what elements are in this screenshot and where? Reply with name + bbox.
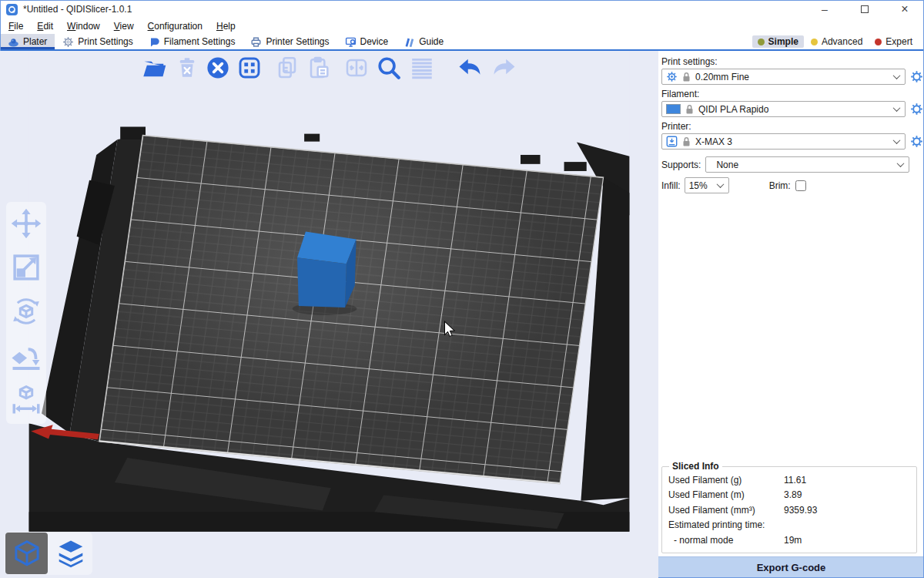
filament-gear-button[interactable] (909, 102, 923, 116)
plater-icon (8, 36, 19, 48)
gear-icon (666, 71, 678, 82)
build-plate-scene (0, 51, 658, 578)
place-on-face-gizmo-button[interactable] (10, 339, 42, 375)
printer-select[interactable]: X-MAX 3 (661, 133, 906, 150)
maximize-button[interactable] (856, 2, 873, 17)
menu-view[interactable]: View (107, 21, 141, 32)
menu-configuration[interactable]: Configuration (141, 21, 209, 32)
printer-value: X-MAX 3 (695, 136, 889, 147)
rotate-gizmo-button[interactable] (10, 295, 42, 331)
tab-print-settings[interactable]: Print Settings (55, 34, 140, 49)
sliced-info-title: Sliced Info (669, 461, 722, 472)
printer-gear-button[interactable] (909, 135, 923, 149)
scale-gizmo-button[interactable] (10, 251, 42, 287)
printer-label: Printer: (661, 121, 924, 132)
sliced-info-row: Estimated printing time: (668, 518, 910, 533)
app-logo-icon (6, 4, 18, 15)
variable-layer-height-button[interactable] (409, 55, 435, 81)
copy-button[interactable] (275, 55, 300, 80)
brim-checkbox[interactable] (795, 180, 806, 191)
expert-dot-icon (875, 39, 882, 45)
measure-gizmo-button[interactable] (10, 383, 42, 418)
menu-help[interactable]: Help (209, 21, 243, 32)
sliced-info-panel: Sliced Info Used Filament (g) 11.61 Used… (661, 466, 917, 554)
move-gizmo-button[interactable] (10, 207, 42, 243)
tab-guide[interactable]: Guide (396, 34, 451, 49)
device-icon (345, 36, 357, 48)
filament-color-swatch (666, 104, 681, 114)
filament-icon (149, 36, 160, 48)
mode-switcher: Simple Advanced Expert (752, 34, 924, 49)
search-button[interactable] (376, 55, 402, 81)
tab-printer-settings[interactable]: Printer Settings (243, 34, 336, 49)
sliced-info-row: Used Filament (m) 3.89 (668, 488, 910, 503)
sliced-info-row: - normal mode 19m (668, 533, 910, 549)
sliced-info-row: Used Filament (mm³) 9359.93 (668, 503, 910, 519)
delete-button[interactable] (176, 56, 199, 79)
gizmo-toolbar (6, 202, 46, 424)
export-gcode-button[interactable]: Export G-code (658, 556, 924, 578)
delete-all-button[interactable] (206, 55, 230, 80)
menu-file[interactable]: File (2, 21, 30, 32)
lock-icon (682, 136, 691, 147)
gear-icon (62, 36, 74, 48)
menu-bar: File Edit Window View Configuration Help (0, 18, 924, 34)
supports-label: Supports: (661, 160, 701, 170)
3d-editor-view-button[interactable] (5, 533, 48, 574)
maximize-icon (861, 5, 869, 13)
tab-plater[interactable]: Plater (0, 34, 55, 49)
printer-icon (666, 136, 678, 147)
split-objects-button[interactable] (344, 55, 369, 80)
close-button[interactable]: × (896, 2, 913, 17)
tab-device[interactable]: Device (337, 34, 397, 49)
qidislicer-window: { "window": { "title": "*Untitled - QIDI… (0, 0, 924, 578)
tab-filament-settings[interactable]: Filament Settings (141, 34, 243, 49)
cube-icon (12, 538, 42, 569)
open-button[interactable] (141, 54, 169, 82)
mode-expert[interactable]: Expert (869, 35, 918, 48)
chevron-down-icon (716, 180, 724, 188)
undo-button[interactable] (456, 54, 484, 82)
print-settings-label: Print settings: (661, 56, 924, 67)
print-settings-gear-button[interactable] (909, 70, 923, 84)
filament-select[interactable]: QIDI PLA Rapido (661, 101, 906, 117)
mode-advanced[interactable]: Advanced (805, 35, 868, 48)
menu-window[interactable]: Window (60, 21, 107, 32)
simple-dot-icon (758, 39, 765, 45)
lock-icon (685, 104, 694, 115)
minimize-button[interactable]: – (816, 2, 833, 17)
chevron-down-icon (893, 136, 901, 144)
infill-value: 15% (689, 180, 713, 191)
chevron-down-icon (893, 72, 901, 79)
title-bar: *Untitled - QIDISlicer-1.0.1 – × (0, 0, 924, 18)
mode-simple[interactable]: Simple (752, 35, 804, 48)
print-settings-value: 0.20mm Fine (695, 72, 889, 82)
sliced-info-row: Used Filament (g) 11.61 (668, 473, 910, 489)
advanced-dot-icon (811, 39, 818, 45)
supports-select[interactable]: None (705, 156, 909, 173)
lock-icon (682, 72, 691, 82)
window-title: *Untitled - QIDISlicer-1.0.1 (23, 4, 132, 15)
infill-label: Infill: (661, 180, 681, 191)
brim-label: Brim: (769, 180, 791, 191)
infill-select[interactable]: 15% (685, 177, 729, 193)
filament-value: QIDI PLA Rapido (698, 104, 889, 115)
supports-value: None (710, 160, 893, 170)
tab-bar: Plater Print Settings Filament Settings … (0, 34, 924, 51)
paste-button[interactable] (306, 55, 331, 80)
redo-button[interactable] (490, 54, 518, 82)
menu-edit[interactable]: Edit (30, 21, 60, 32)
preview-button[interactable] (49, 533, 92, 574)
arrange-button[interactable] (237, 55, 262, 80)
view-mode-toggle (5, 532, 92, 575)
chevron-down-icon (897, 160, 905, 167)
layers-icon (55, 538, 86, 569)
settings-panel: Print settings: 0.20mm Fine Filament: QI… (658, 51, 924, 578)
plater-toolbar (141, 52, 518, 83)
guide-icon (403, 36, 415, 48)
viewport-3d[interactable] (0, 51, 658, 578)
chevron-down-icon (893, 104, 901, 112)
filament-label: Filament: (661, 89, 924, 99)
printer-icon (250, 36, 262, 48)
print-settings-select[interactable]: 0.20mm Fine (661, 69, 906, 85)
